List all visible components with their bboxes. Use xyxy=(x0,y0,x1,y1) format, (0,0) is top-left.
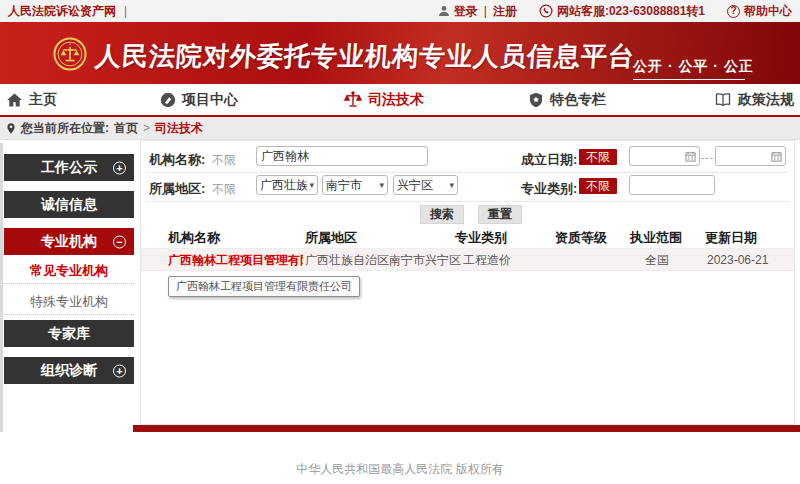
sidebar-subitem-label: 特殊专业机构 xyxy=(30,293,108,311)
sidebar-item-professional-orgs[interactable]: 专业机构 − xyxy=(4,228,134,255)
category-input[interactable] xyxy=(629,175,715,195)
sister-site-link[interactable]: 人民法院诉讼资产网 xyxy=(8,3,116,20)
sidebar-item-label: 专业机构 xyxy=(41,233,97,251)
form-divider xyxy=(146,172,789,173)
panel-bottom-bar xyxy=(133,425,800,432)
login-area: 登录 | 注册 xyxy=(438,3,517,20)
service-phone-text[interactable]: 网站客服:023-63088881转1 xyxy=(557,3,705,20)
cell-updated: 2023-06-21 xyxy=(707,249,768,271)
scales-icon xyxy=(344,91,362,108)
col-header-region: 所属地区 xyxy=(305,227,357,249)
nav-item-special-column[interactable]: 特色专栏 xyxy=(528,84,606,115)
nav-label: 特色专栏 xyxy=(550,91,606,109)
category-unlimited-button[interactable]: 不限 xyxy=(579,178,617,194)
sidebar-item-org-diagnosis[interactable]: 组织诊断 + xyxy=(4,357,134,384)
nav-label: 主页 xyxy=(29,91,57,109)
nav-label: 司法技术 xyxy=(368,91,424,109)
breadcrumb-separator: > xyxy=(143,121,150,135)
city-select[interactable]: 南宁市 ▾ xyxy=(322,175,388,195)
col-header-updated: 更新日期 xyxy=(705,227,757,249)
sidebar-item-label: 工作公示 xyxy=(41,159,97,177)
footer-copyright: 中华人民共和国最高人民法院 版权所有 xyxy=(0,461,800,478)
chevron-down-icon: ▾ xyxy=(309,180,314,190)
project-center-icon xyxy=(160,92,176,108)
page: 人民法院诉讼资产网 | 登录 | 注册 网站客服:023-63088881转1 xyxy=(0,0,800,484)
nav-item-home[interactable]: 主页 xyxy=(6,84,57,115)
chevron-down-icon: ▾ xyxy=(449,180,454,190)
cell-region: 广西壮族自治区南宁市兴宁区 xyxy=(305,249,461,271)
expand-plus-icon[interactable]: + xyxy=(113,161,126,174)
breadcrumb-current: 司法技术 xyxy=(155,120,203,137)
founded-date-unlimited-button[interactable]: 不限 xyxy=(579,149,617,165)
cell-category: 工程造价 xyxy=(463,249,511,271)
sidebar-subitem-common-orgs[interactable]: 常见专业机构 xyxy=(4,258,134,284)
badge-icon xyxy=(528,92,544,108)
book-icon xyxy=(714,92,732,107)
table-header-row: 机构名称 所属地区 专业类别 资质等级 执业范围 更新日期 xyxy=(141,227,794,249)
breadcrumb-home-link[interactable]: 首页 xyxy=(114,120,138,137)
nav-label: 政策法规 xyxy=(738,91,794,109)
date-to-input[interactable] xyxy=(715,146,786,166)
expand-plus-icon[interactable]: + xyxy=(113,364,126,377)
org-name-input[interactable] xyxy=(256,146,428,166)
login-link[interactable]: 登录 xyxy=(454,3,478,20)
search-button[interactable]: 搜索 xyxy=(420,205,464,224)
sidebar-item-integrity-info[interactable]: 诚信信息 xyxy=(4,191,134,218)
main-nav: 主页 项目中心 司法技术 xyxy=(0,84,800,117)
site-banner: 人民法院对外委托专业机构专业人员信息平台 公开 · 公平 · 公正 www.rm… xyxy=(0,22,800,84)
site-title: 人民法院对外委托专业机构专业人员信息平台 xyxy=(94,39,636,74)
collapse-minus-icon[interactable]: − xyxy=(113,235,126,248)
table-row[interactable]: 广西翰林工程项目管理有限责任... 广西壮族自治区南宁市兴宁区 工程造价 全国 … xyxy=(141,249,794,271)
col-header-category: 专业类别 xyxy=(455,227,507,249)
chevron-down-icon: ▾ xyxy=(379,180,384,190)
province-select-value: 广西壮族自治 xyxy=(260,177,307,194)
breadcrumb: 您当前所在位置: 首页 > 司法技术 xyxy=(0,117,800,140)
province-select[interactable]: 广西壮族自治 ▾ xyxy=(256,175,318,195)
region-label: 所属地区: xyxy=(149,180,205,198)
sidebar-subitem-label: 常见专业机构 xyxy=(30,262,108,280)
org-name-tooltip: 广西翰林工程项目管理有限责任公司 xyxy=(168,276,360,297)
topbar-right: 登录 | 注册 网站客服:023-63088881转1 ? 帮助中心 xyxy=(438,3,792,20)
user-icon xyxy=(438,5,450,17)
breadcrumb-prefix: 您当前所在位置: xyxy=(21,120,109,137)
cell-scope: 全国 xyxy=(645,249,669,271)
service-area: 网站客服:023-63088881转1 xyxy=(539,3,705,20)
calendar-icon xyxy=(771,151,782,162)
sidebar-item-expert-pool[interactable]: 专家库 xyxy=(4,320,134,347)
court-emblem-icon xyxy=(53,36,87,72)
login-register-divider: | xyxy=(484,4,487,18)
reset-button[interactable]: 重置 xyxy=(478,205,522,224)
org-name-label: 机构名称: xyxy=(149,151,205,169)
top-utility-bar: 人民法院诉讼资产网 | 登录 | 注册 网站客服:023-63088881转1 xyxy=(0,0,800,22)
org-name-unlimited-option[interactable]: 不限 xyxy=(212,152,236,169)
nav-label: 项目中心 xyxy=(182,91,238,109)
sidebar-item-work-publicity[interactable]: 工作公示 + xyxy=(4,154,134,181)
col-header-org-name: 机构名称 xyxy=(168,227,220,249)
date-from-input[interactable] xyxy=(629,146,700,166)
location-pin-icon xyxy=(6,122,16,135)
form-divider xyxy=(146,201,789,202)
nav-item-judicial-tech[interactable]: 司法技术 xyxy=(344,84,424,115)
district-select[interactable]: 兴宁区 ▾ xyxy=(393,175,458,195)
nav-item-project-center[interactable]: 项目中心 xyxy=(160,84,238,115)
org-name-link[interactable]: 广西翰林工程项目管理有限责任... xyxy=(168,249,303,271)
col-header-grade: 资质等级 xyxy=(555,227,607,249)
sidebar-edge-strip xyxy=(0,143,3,432)
date-range-separator: --- xyxy=(700,151,715,163)
home-icon xyxy=(6,92,23,108)
register-link[interactable]: 注册 xyxy=(493,3,517,20)
region-unlimited-option[interactable]: 不限 xyxy=(212,181,236,198)
calendar-icon xyxy=(685,151,696,162)
col-header-scope: 执业范围 xyxy=(630,227,682,249)
city-select-value: 南宁市 xyxy=(326,177,377,194)
sidebar-item-label: 专家库 xyxy=(48,325,90,343)
question-icon: ? xyxy=(727,5,740,18)
sidebar-subitem-special-orgs[interactable]: 特殊专业机构 xyxy=(4,289,134,315)
help-area: ? 帮助中心 xyxy=(727,3,792,20)
sidebar-item-label: 诚信信息 xyxy=(41,196,97,214)
main-panel: 机构名称: 不限 成立日期: 不限 --- 所属地区: 不限 广西壮族自治 ▾ … xyxy=(140,140,795,425)
category-label: 专业类别: xyxy=(521,180,577,198)
topbar-left: 人民法院诉讼资产网 | xyxy=(8,3,127,20)
help-center-link[interactable]: 帮助中心 xyxy=(744,3,792,20)
nav-item-policy[interactable]: 政策法规 xyxy=(714,84,794,115)
